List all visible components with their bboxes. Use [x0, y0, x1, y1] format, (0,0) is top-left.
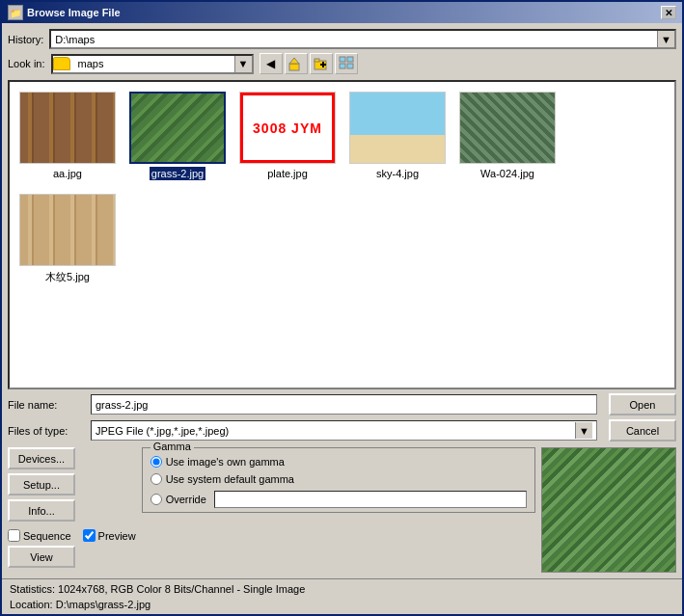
lookin-value: maps: [74, 57, 234, 70]
preview-checkbox[interactable]: [83, 529, 96, 542]
gamma-section: Gamma Use image's own gamma Use system d…: [142, 447, 535, 513]
system-gamma-row: Use system default gamma: [150, 473, 527, 485]
lookin-dropdown-arrow[interactable]: ▼: [234, 56, 252, 72]
thumb-sky-sky4: [350, 93, 445, 163]
file-item-wood5[interactable]: 木纹5.jpg: [17, 192, 118, 287]
filetype-combo[interactable]: JPEG File (*.jpg,*.jpe,*.jpeg) ▼: [91, 420, 597, 441]
thumbnail-plate: 3008 JYM: [239, 92, 336, 164]
window-title: Browse Image File: [27, 7, 121, 18]
override-gamma-radio[interactable]: [150, 494, 162, 505]
preview-check: Preview: [83, 529, 136, 542]
thumbnail-aa: [19, 92, 116, 164]
thumb-wa-wa024: [460, 93, 555, 163]
file-item-wa024[interactable]: Wa-024.jpg: [457, 90, 558, 182]
svg-rect-3: [315, 59, 319, 62]
devices-button[interactable]: Devices...: [8, 447, 75, 469]
history-dropdown-arrow[interactable]: ▼: [657, 31, 674, 47]
sequence-check: Sequence: [8, 529, 71, 542]
svg-rect-7: [347, 57, 353, 62]
lookin-combo[interactable]: maps ▼: [51, 54, 254, 74]
title-bar: 📁 Browse Image File ✕: [2, 2, 682, 23]
window-icon: 📁: [8, 5, 23, 20]
file-item-aa[interactable]: aa.jpg: [17, 90, 118, 182]
browse-image-dialog: 📁 Browse Image File ✕ History: D:\maps ▼…: [0, 0, 684, 616]
view-options-button[interactable]: [335, 53, 358, 74]
file-label-plate: plate.jpg: [265, 167, 310, 180]
create-folder-button[interactable]: [310, 53, 333, 74]
override-gamma-input[interactable]: [214, 491, 527, 508]
svg-rect-6: [340, 57, 345, 62]
file-label-wa024: Wa-024.jpg: [479, 167, 536, 180]
thumbnail-sky4: [349, 92, 446, 164]
filename-input[interactable]: [91, 394, 597, 415]
thumbnail-grass2: [129, 92, 226, 164]
override-gamma-row: Override: [150, 491, 527, 508]
sequence-label: Sequence: [23, 530, 71, 542]
title-bar-left: 📁 Browse Image File: [8, 5, 121, 20]
svg-rect-0: [289, 64, 299, 70]
plate-text: 3008 JYM: [253, 121, 322, 136]
own-gamma-radio[interactable]: [150, 456, 162, 468]
filetype-row: Files of type: JPEG File (*.jpg,*.jpe,*.…: [8, 419, 676, 442]
override-gamma-label: Override: [166, 494, 206, 505]
thumbnail-wa024: [459, 92, 556, 164]
file-label-sky4: sky-4.jpg: [374, 167, 421, 180]
sequence-checkbox[interactable]: [8, 529, 20, 542]
lookin-row: Look in: maps ▼ ◀: [8, 53, 676, 74]
gamma-legend: Gamma: [150, 441, 194, 452]
system-gamma-radio[interactable]: [150, 473, 162, 485]
check-row: Sequence Preview: [8, 529, 136, 542]
statistics-line: Statistics: 1024x768, RGB Color 8 Bits/C…: [10, 581, 674, 597]
bottom-section: Devices... Setup... Info... Sequence Pre…: [8, 447, 676, 573]
thumb-grass-grass2: [131, 94, 224, 162]
system-gamma-label: Use system default gamma: [166, 473, 294, 485]
filetype-value: JPEG File (*.jpg,*.jpe,*.jpeg): [96, 425, 575, 437]
file-label-wood5: 木纹5.jpg: [43, 269, 92, 285]
filename-row: File name: Open: [8, 393, 676, 415]
setup-button[interactable]: Setup...: [8, 473, 75, 495]
thumb-plate-plate: 3008 JYM: [240, 93, 335, 163]
preview-image: [541, 447, 676, 573]
thumbnail-wood5: [19, 194, 116, 266]
file-area: aa.jpg grass-2.jpg 3008 JYM plate.jpg: [8, 80, 676, 389]
location-line: Location: D:\maps\grass-2.jpg: [10, 597, 674, 612]
thumb-wood2-wood5: [20, 195, 115, 265]
folder-icon: [53, 57, 70, 70]
history-combo[interactable]: D:\maps ▼: [49, 29, 676, 49]
filename-label: File name:: [8, 399, 85, 411]
preview-grass: [542, 448, 675, 572]
own-gamma-row: Use image's own gamma: [150, 456, 527, 468]
toolbar-buttons: ◀: [260, 53, 358, 74]
back-button[interactable]: ◀: [260, 53, 283, 74]
history-row: History: D:\maps ▼: [8, 29, 676, 49]
file-item-grass2[interactable]: grass-2.jpg: [127, 90, 228, 182]
close-button[interactable]: ✕: [661, 6, 676, 19]
svg-rect-8: [340, 64, 345, 68]
bottom-buttons: Sequence Preview View: [8, 525, 136, 568]
filetype-label: Files of type:: [8, 425, 85, 437]
file-label-aa: aa.jpg: [51, 167, 84, 180]
cancel-button[interactable]: Cancel: [609, 419, 676, 442]
info-button[interactable]: Info...: [8, 499, 75, 522]
history-value: D:\maps: [51, 33, 657, 46]
dialog-content: History: D:\maps ▼ Look in: maps ▼ ◀: [2, 23, 682, 578]
gamma-box: Gamma Use image's own gamma Use system d…: [142, 447, 535, 513]
thumb-wood-aa: [20, 93, 115, 163]
status-bar: Statistics: 1024x768, RGB Color 8 Bits/C…: [2, 578, 682, 614]
view-button[interactable]: View: [8, 546, 75, 568]
file-item-plate[interactable]: 3008 JYM plate.jpg: [237, 90, 338, 182]
svg-marker-1: [289, 58, 299, 64]
filetype-dropdown-arrow[interactable]: ▼: [575, 422, 592, 439]
file-label-grass2: grass-2.jpg: [150, 167, 205, 180]
history-label: History:: [8, 34, 43, 45]
lookin-label: Look in:: [8, 58, 45, 69]
preview-label: Preview: [98, 530, 136, 542]
file-item-sky4[interactable]: sky-4.jpg: [347, 90, 448, 182]
up-folder-button[interactable]: [285, 53, 308, 74]
side-buttons: Devices... Setup... Info... Sequence Pre…: [8, 447, 136, 568]
open-button[interactable]: Open: [609, 393, 676, 415]
own-gamma-label: Use image's own gamma: [166, 456, 285, 468]
svg-rect-9: [347, 64, 353, 68]
